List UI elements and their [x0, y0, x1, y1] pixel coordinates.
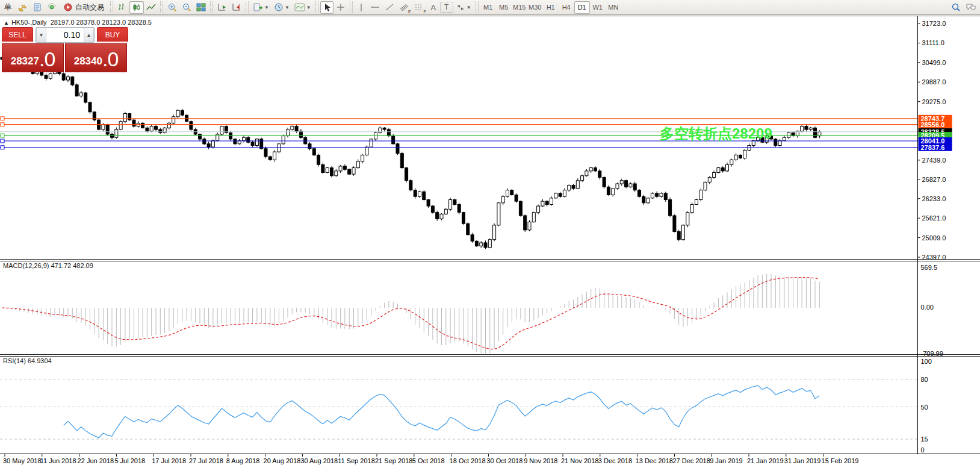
cursor-icon[interactable] [320, 1, 333, 14]
candle [335, 171, 338, 176]
chart-shift-icon[interactable] [229, 1, 244, 14]
svg-text:-709.99: -709.99 [921, 350, 943, 357]
candle [629, 184, 632, 187]
svg-text:9 Jan 2019: 9 Jan 2019 [710, 457, 742, 464]
timeframe-w1[interactable]: W1 [590, 1, 606, 14]
collapse-panel-icon[interactable]: ▲ [4, 20, 9, 26]
annotation-text[interactable]: 多空转折点28209 [660, 125, 772, 142]
svg-text:50: 50 [921, 404, 928, 411]
svg-text:30499.0: 30499.0 [922, 59, 946, 66]
volume-decrease-button[interactable]: ▼ [36, 28, 46, 42]
crosshair-icon[interactable] [333, 1, 348, 14]
line-handle[interactable] [1, 146, 4, 149]
timeframe-m30[interactable]: M30 [527, 1, 543, 14]
toolbar-separator [350, 1, 353, 13]
svg-text:11 Sep 2018: 11 Sep 2018 [338, 457, 375, 464]
candle [568, 186, 571, 190]
autoscroll-glyph [217, 3, 227, 11]
candle [572, 186, 575, 189]
clock-glyph [274, 2, 284, 12]
candle [559, 193, 562, 196]
line-handle[interactable] [1, 117, 4, 120]
gold-icon[interactable] [14, 1, 30, 14]
timeframe-m15[interactable]: M15 [512, 1, 527, 14]
zoom-in-icon[interactable] [165, 1, 179, 14]
candle [708, 177, 711, 182]
label-tool-icon[interactable]: T [440, 2, 453, 13]
volume-increase-button[interactable]: ▲ [84, 28, 94, 42]
new-order-icon[interactable]: ▼ [250, 1, 271, 14]
timeframe-m5[interactable]: M5 [496, 1, 512, 14]
candle [449, 199, 452, 209]
buy-button[interactable]: BUY [97, 27, 128, 43]
autotrade-button[interactable]: 自动交易 [59, 1, 108, 14]
horizontal-line-tool-icon[interactable] [368, 1, 382, 14]
timeframe-d1[interactable]: D1 [574, 1, 590, 14]
candle [809, 128, 812, 130]
line-handle[interactable] [1, 134, 4, 137]
bar-chart-icon[interactable] [115, 1, 129, 14]
candle [660, 193, 663, 196]
order-button[interactable]: 单 [1, 1, 14, 14]
toolbar-separator [160, 1, 163, 13]
candle [651, 193, 654, 198]
indicators-icon[interactable]: ▼ [292, 1, 314, 14]
line-handle[interactable] [1, 123, 4, 126]
sell-price-button[interactable]: 28327 .0 [2, 43, 64, 72]
candle [554, 193, 557, 198]
candle [541, 201, 544, 206]
svg-text:25621.0: 25621.0 [922, 214, 946, 222]
text-tool-icon[interactable]: A [427, 1, 440, 14]
candle [726, 164, 729, 171]
tile-windows-icon[interactable] [194, 1, 208, 14]
line-chart-icon[interactable] [144, 1, 158, 14]
candle [234, 139, 237, 144]
timeframe-mn[interactable]: MN [606, 1, 621, 14]
candle [199, 134, 202, 139]
zoom-out-icon[interactable] [179, 1, 194, 14]
svg-text:21 Sep 2018: 21 Sep 2018 [375, 457, 412, 464]
search-icon[interactable] [949, 1, 963, 14]
candle [783, 137, 786, 140]
candle [787, 133, 790, 137]
one-click-trade-panel: SELL ▼ 0.10 ▲ BUY 28327 .0 28340 .0 [2, 27, 128, 72]
candle [405, 168, 408, 181]
vertical-line-tool-icon[interactable] [355, 1, 368, 14]
news-icon[interactable] [30, 1, 45, 14]
channel-tool-icon[interactable]: E [397, 1, 412, 14]
candle [704, 182, 707, 190]
autoscroll-icon[interactable] [215, 1, 229, 14]
line-handle[interactable] [1, 139, 4, 143]
candle [268, 157, 271, 160]
buy-price-button[interactable]: 28340 .0 [65, 43, 127, 72]
chat-glyph [966, 2, 976, 12]
candle [321, 164, 324, 172]
fibonacci-tool-icon[interactable]: F [412, 1, 427, 14]
shapes-tool-icon[interactable]: ▼ [453, 1, 474, 14]
timeframe-h1[interactable]: H1 [543, 1, 559, 14]
bar-chart-glyph [117, 3, 127, 11]
candle [467, 223, 470, 235]
candle [576, 181, 579, 189]
candle [462, 213, 465, 224]
chat-icon[interactable] [963, 1, 979, 14]
signal-icon[interactable] [45, 1, 59, 14]
period-clock-icon[interactable]: ▼ [271, 1, 292, 14]
chart-window[interactable]: 多空转折点2820931723.031111.030499.029887.029… [0, 16, 980, 465]
volume-input[interactable]: 0.10 [46, 28, 84, 42]
svg-text:21 Jan 2019: 21 Jan 2019 [747, 457, 784, 464]
candle [510, 190, 513, 195]
svg-text:80: 80 [921, 376, 928, 383]
candle [106, 125, 109, 134]
fibo-letter: F [423, 10, 426, 14]
timeframe-h4[interactable]: H4 [559, 1, 574, 14]
candle [620, 181, 623, 184]
timeframe-m1[interactable]: M1 [480, 1, 496, 14]
buy-price-frac: .0 [102, 49, 118, 69]
sell-button[interactable]: SELL [2, 27, 33, 43]
candlestick-chart-icon[interactable] [129, 1, 144, 14]
main-toolbar: 单 自动交易 [0, 0, 980, 15]
chart-shift-glyph [232, 3, 241, 11]
price-chart[interactable]: 多空转折点2820931723.031111.030499.029887.029… [0, 16, 980, 465]
trendline-tool-icon[interactable] [382, 1, 397, 14]
